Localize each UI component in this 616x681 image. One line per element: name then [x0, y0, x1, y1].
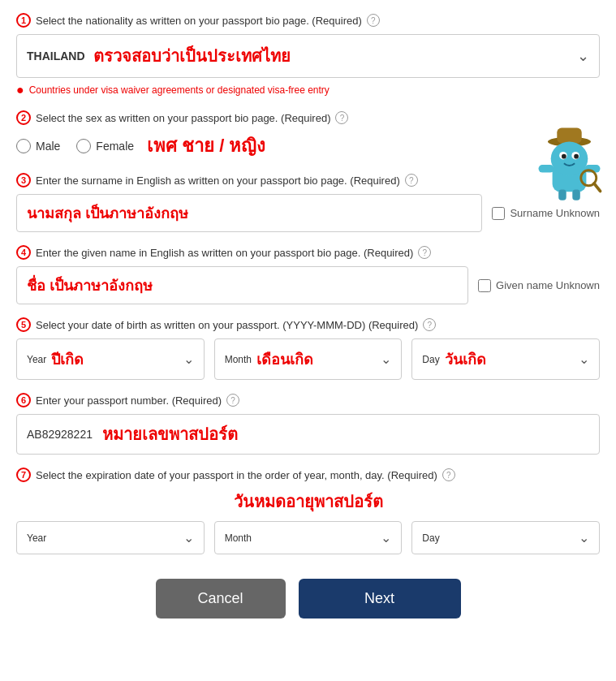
passport-section: 6 Enter your passport number. (Required)… [16, 393, 600, 455]
dob-year-wrapper: Year ปีเกิด ⌄ [16, 338, 205, 380]
question-3-label: 3 Enter the surname in English as writte… [16, 173, 600, 187]
nationality-dropdown-arrow: ⌄ [577, 47, 589, 65]
question-4-text: Enter the given name in English as writt… [36, 247, 413, 259]
question-5-label: 5 Select your date of birth as written o… [16, 317, 600, 332]
cancel-button[interactable]: Cancel [156, 579, 286, 619]
dob-month-thai: เดือนเกิด [256, 347, 313, 371]
expiry-day-arrow: ⌄ [579, 530, 589, 545]
surname-unknown-label: Surname Unknown [510, 207, 600, 219]
given-thai-label: ชื่อ เป็นภาษาอังกฤษ [27, 274, 153, 297]
surname-section: 3 Enter the surname in English as writte… [16, 173, 600, 232]
help-icon-5[interactable]: ? [423, 318, 436, 331]
radio-male[interactable]: Male [16, 139, 60, 153]
help-icon-1[interactable]: ? [367, 14, 380, 27]
svg-rect-1 [557, 128, 581, 144]
step-1-circle: 1 [16, 13, 31, 28]
question-2-label: 2 Select the sex as written on your pass… [16, 110, 600, 125]
question-1-label: 1 Select the nationality as written on y… [16, 13, 600, 28]
svg-line-11 [594, 183, 601, 192]
step-3-circle: 3 [16, 173, 31, 187]
question-6-label: 6 Enter your passport number. (Required)… [16, 393, 600, 407]
help-icon-2[interactable]: ? [335, 111, 348, 124]
expiry-year-label: Year [27, 532, 46, 544]
svg-rect-12 [558, 190, 566, 200]
radio-female-label: Female [96, 140, 134, 153]
help-icon-6[interactable]: ? [226, 394, 239, 407]
expiry-day-select[interactable]: Day ⌄ [411, 521, 600, 554]
given-name-row: ชื่อ เป็นภาษาอังกฤษ Given name Unknown [16, 266, 600, 304]
nationality-select[interactable]: THAILAND ตรวจสอบว่าเป็นประเทศไทย ⌄ [16, 34, 600, 78]
question-2-text: Select the sex as written on your passpo… [36, 112, 330, 124]
expiry-thai-label: วันหมดอายุพาสปอร์ต [16, 489, 600, 515]
radio-female-input[interactable] [76, 139, 91, 153]
help-icon-4[interactable]: ? [418, 246, 431, 259]
svg-rect-13 [572, 190, 580, 200]
dob-row: Year ปีเกิด ⌄ Month เดือนเกิด ⌄ Day วันเ… [16, 338, 600, 380]
expiry-section: 7 Select the expiration date of your pas… [16, 468, 600, 554]
question-5-text: Select your date of birth as written on … [36, 319, 418, 331]
radio-male-label: Male [36, 140, 60, 153]
svg-point-8 [562, 154, 566, 159]
svg-point-9 [574, 154, 579, 159]
dob-day-select[interactable]: Day วันเกิด ⌄ [411, 338, 600, 380]
step-6-circle: 6 [16, 393, 31, 407]
nationality-section: 1 Select the nationality as written on y… [16, 13, 600, 97]
question-7-label: 7 Select the expiration date of your pas… [16, 468, 600, 482]
dob-month-wrapper: Month เดือนเกิด ⌄ [214, 338, 403, 380]
step-2-circle: 2 [16, 110, 31, 125]
dob-year-thai: ปีเกิด [51, 347, 84, 371]
help-icon-3[interactable]: ? [405, 174, 418, 187]
mascot-image [531, 120, 608, 197]
given-input-wrapper[interactable]: ชื่อ เป็นภาษาอังกฤษ [16, 266, 468, 304]
dob-year-arrow: ⌄ [183, 351, 194, 367]
question-4-label: 4 Enter the given name in English as wri… [16, 245, 600, 260]
warning-text: Countries under visa waiver agreements o… [29, 84, 330, 96]
given-unknown-label: Given name Unknown [496, 279, 600, 291]
radio-male-input[interactable] [16, 139, 31, 153]
dob-section: 5 Select your date of birth as written o… [16, 317, 600, 380]
surname-row: นามสกุล เป็นภาษาอังกฤษ Surname Unknown [16, 194, 600, 232]
sex-thai-label: เพศ ชาย / หญิง [147, 131, 265, 160]
surname-thai-label: นามสกุล เป็นภาษาอังกฤษ [27, 201, 188, 225]
expiry-row: Year ⌄ Month ⌄ Day ⌄ [16, 521, 600, 554]
warning-icon: ● [16, 83, 24, 97]
question-3-text: Enter the surname in English as written … [36, 175, 400, 187]
surname-input-wrapper[interactable]: นามสกุล เป็นภาษาอังกฤษ [16, 194, 482, 232]
next-button[interactable]: Next [299, 579, 461, 619]
given-unknown-check[interactable]: Given name Unknown [478, 279, 600, 292]
svg-point-5 [551, 142, 588, 176]
svg-rect-3 [539, 165, 554, 173]
footer-buttons: Cancel Next [16, 571, 600, 627]
passport-input-wrapper[interactable]: AB82928221 หมายเลขพาสปอร์ต [16, 414, 600, 455]
question-7-text: Select the expiration date of your passp… [36, 469, 437, 481]
expiry-month-wrapper: Month ⌄ [214, 521, 403, 554]
surname-unknown-check[interactable]: Surname Unknown [492, 207, 600, 220]
expiry-month-arrow: ⌄ [381, 530, 391, 545]
nationality-code: THAILAND [27, 50, 85, 62]
expiry-year-wrapper: Year ⌄ [16, 521, 205, 554]
surname-unknown-checkbox[interactable] [492, 207, 505, 220]
dob-month-arrow: ⌄ [381, 351, 391, 367]
dob-year-select[interactable]: Year ปีเกิด ⌄ [16, 338, 205, 380]
question-1-text: Select the nationality as written on you… [36, 15, 362, 27]
expiry-month-label: Month [225, 532, 252, 544]
dob-day-wrapper: Day วันเกิด ⌄ [411, 338, 600, 380]
warning-box: ● Countries under visa waiver agreements… [16, 83, 600, 97]
sex-section: 2 Select the sex as written on your pass… [16, 110, 600, 160]
expiry-year-arrow: ⌄ [183, 530, 194, 545]
passport-thai-label: หมายเลขพาสปอร์ต [102, 421, 238, 447]
expiry-year-select[interactable]: Year ⌄ [16, 521, 205, 554]
dob-month-label: Month [225, 354, 252, 365]
question-6-text: Enter your passport number. (Required) [36, 394, 222, 407]
nationality-thai-label: ตรวจสอบว่าเป็นประเทศไทย [93, 43, 577, 69]
step-5-circle: 5 [16, 317, 31, 332]
expiry-month-select[interactable]: Month ⌄ [214, 521, 403, 554]
radio-female[interactable]: Female [76, 139, 134, 153]
dob-day-arrow: ⌄ [579, 351, 589, 367]
step-4-circle: 4 [16, 245, 31, 260]
help-icon-7[interactable]: ? [442, 468, 455, 481]
dob-month-select[interactable]: Month เดือนเกิด ⌄ [214, 338, 403, 380]
passport-number-value: AB82928221 [27, 428, 93, 441]
given-unknown-checkbox[interactable] [478, 279, 491, 292]
step-7-circle: 7 [16, 468, 31, 482]
